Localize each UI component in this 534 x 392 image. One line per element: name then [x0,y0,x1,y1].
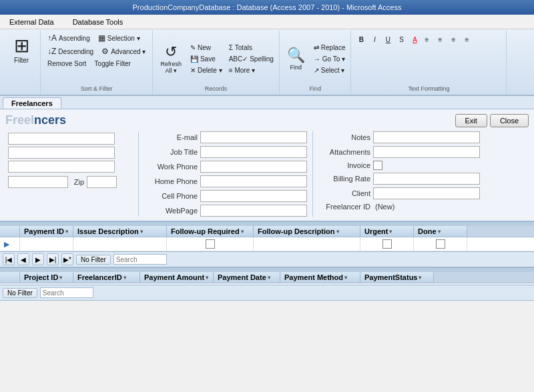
new-label: New [198,44,211,51]
payment-amount-header[interactable]: Payment Amount ▾ [140,272,214,283]
issues-search-input[interactable] [113,254,167,265]
billing-rate-input[interactable] [373,173,480,185]
client-input[interactable] [373,187,480,199]
followup-req-header[interactable]: Follow-up Required ▾ [167,226,254,237]
remove-sort-button[interactable]: Remove Sort [45,59,89,69]
row-selector-icon: ▶ [4,240,9,249]
more-button[interactable]: ≡ More ▾ [226,65,276,75]
followup-desc-header[interactable]: Follow-up Description ▾ [254,226,360,237]
attachments-label: Attachments [324,148,370,156]
title-bar: ProductionCompanyDatabase : Database (Ac… [0,0,534,15]
align-left-button[interactable]: ≡ [422,35,434,45]
payment-amount-sort: ▾ [206,275,208,281]
issues-subgrid: Payment ID ▾ Issue Description ▾ Follow-… [0,226,534,268]
issues-payment-id-cell[interactable] [20,237,73,251]
urgent-checkbox[interactable] [382,239,392,249]
refresh-all-button[interactable]: ↺ RefreshAll ▾ [156,40,186,77]
freelancer-id-header[interactable]: FreelancerID ▾ [73,272,140,283]
text-format-btns: B I U S A ≡ ≡ ≡ ≡ [355,32,502,85]
name-fields: Zip [5,131,133,189]
menu-external-data[interactable]: External Data [5,17,58,27]
attachments-input[interactable] [373,146,480,158]
selection-button[interactable]: ▦ Selection ▾ [95,32,143,44]
issues-nav-new[interactable]: ▶* [61,253,73,265]
payment-id-header[interactable]: Payment ID ▾ [20,226,73,237]
exit-button[interactable]: Exit [455,114,487,127]
email-input[interactable] [200,131,307,143]
notes-label: Notes [324,133,370,141]
issues-done-cell[interactable] [414,237,467,251]
align-right-button[interactable]: ≡ [449,35,461,45]
issues-urgent-cell[interactable] [360,237,414,251]
payment-date-sort: ▾ [268,275,270,281]
underline-button[interactable]: U [382,35,394,45]
issues-nav-first[interactable]: |◀ [3,253,15,265]
goto-icon: → [314,55,320,63]
name-field-2[interactable] [8,147,115,159]
payment-method-header[interactable]: Payment Method ▾ [280,272,360,283]
font-color-button[interactable]: A [409,35,421,45]
project-id-header[interactable]: Project ID ▾ [20,272,73,283]
done-checkbox[interactable] [436,239,445,249]
delete-button[interactable]: ✕ Delete ▾ [188,65,225,75]
sort-filter-top-row: ↑A Ascending ▦ Selection ▾ [45,32,148,44]
italic-button[interactable]: I [368,35,380,45]
payments-no-filter-label: No Filter [7,289,33,297]
close-button[interactable]: Close [490,114,529,127]
issues-issue-desc-cell[interactable] [73,237,167,251]
strikethrough-button[interactable]: S [395,35,407,45]
find-button[interactable]: 🔍 Find [282,43,310,74]
done-header[interactable]: Done ▾ [414,226,467,237]
work-phone-input[interactable] [200,161,307,173]
payment-date-header[interactable]: Payment Date ▾ [214,272,280,283]
payments-search-input[interactable] [40,287,93,298]
issues-nav-prev[interactable]: ◀ [17,253,29,265]
new-button[interactable]: ✎ New [188,43,225,53]
totals-button[interactable]: Σ Totals [226,43,276,53]
spelling-button[interactable]: ABC✓ Spelling [226,54,276,64]
issue-desc-header[interactable]: Issue Description ▾ [73,226,167,237]
followup-req-checkbox[interactable] [206,239,215,249]
bold-button[interactable]: B [355,35,367,45]
name-field-3[interactable] [8,161,115,173]
address-field[interactable] [8,176,68,188]
webpage-input[interactable] [200,205,307,217]
advanced-button[interactable]: ⚙ Advanced ▾ [99,45,148,57]
save-button[interactable]: 💾 Save [188,54,225,64]
urgent-header[interactable]: Urgent ▾ [360,226,414,237]
ascending-button[interactable]: ↑A Ascending [45,32,93,44]
invoice-checkbox[interactable] [373,161,382,170]
payment-id-sort: ▾ [65,229,68,235]
notes-input[interactable] [373,131,480,143]
issues-nav-next[interactable]: ▶ [32,253,44,265]
payment-status-header[interactable]: PaymentStatus ▾ [360,272,434,283]
payments-no-filter-btn[interactable]: No Filter [3,288,37,298]
issues-nav-last[interactable]: ▶| [47,253,59,265]
toggle-filter-button[interactable]: Toggle Filter [91,59,133,69]
job-title-input[interactable] [200,146,307,158]
justify-button[interactable]: ≡ [462,35,474,45]
home-phone-label: Home Phone [144,177,198,185]
delete-icon: ✕ [190,67,196,74]
cell-phone-input[interactable] [200,190,307,202]
find-label: Find [290,64,302,71]
records-small-btns: ✎ New 💾 Save ✕ Delete ▾ [188,43,225,75]
descending-button[interactable]: ↓Z Descending [45,45,96,57]
payments-nav-bar: No Filter [0,285,534,301]
name-field-1[interactable] [8,133,115,145]
issues-no-filter-btn[interactable]: No Filter [76,255,111,265]
home-phone-input[interactable] [200,175,307,187]
records-group-label: Records [205,85,228,93]
issues-followup-desc-cell[interactable] [254,237,360,251]
zip-field[interactable] [87,176,117,188]
select-button[interactable]: ↗ Select ▾ [311,65,348,75]
goto-button[interactable]: → Go To ▾ [311,54,348,64]
filter-button[interactable]: ⊞ Filter [7,33,36,67]
replace-button[interactable]: ⇄ Replace [311,43,348,53]
find-icon: 🔍 [287,47,305,64]
issues-followup-req-cell[interactable] [167,237,254,251]
menu-database-tools[interactable]: Database Tools [69,17,127,27]
webpage-row: WebPage [144,205,307,217]
tab-freelancers[interactable]: Freelancers [3,97,61,109]
align-center-button[interactable]: ≡ [435,35,447,45]
